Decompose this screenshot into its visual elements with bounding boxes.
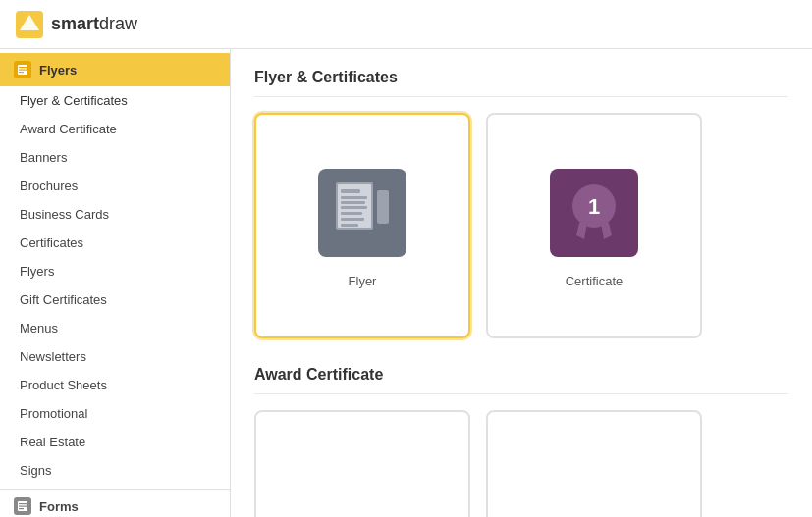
sidebar: Flyers Flyer & Certificates Award Certif… <box>0 49 231 517</box>
sidebar-item-newsletters[interactable]: Newsletters <box>0 342 230 371</box>
certificate-icon-wrapper: 1 <box>545 164 643 262</box>
svg-rect-18 <box>341 212 362 215</box>
sidebar-header-flyers[interactable]: Flyers <box>0 53 230 86</box>
flyer-icon <box>318 169 406 257</box>
forms-label: Forms <box>39 499 79 514</box>
svg-rect-9 <box>19 508 24 509</box>
award-certificates-grid <box>254 410 788 517</box>
section-title-award-certificate: Award Certificate <box>254 366 788 394</box>
sidebar-header-label: Flyers <box>39 63 77 78</box>
sidebar-item-banners[interactable]: Banners <box>0 143 230 172</box>
sidebar-item-flyer-certificates[interactable]: Flyer & Certificates <box>0 86 230 115</box>
section-title-flyer-certificates: Flyer & Certificates <box>254 69 788 97</box>
svg-rect-8 <box>19 506 27 507</box>
sidebar-item-certificates[interactable]: Certificates <box>0 229 230 257</box>
smartdraw-logo-icon <box>16 11 43 38</box>
svg-rect-7 <box>19 503 27 504</box>
flyer-card-label: Flyer <box>349 274 377 288</box>
sidebar-item-promotional[interactable]: Promotional <box>0 399 230 428</box>
award-card-1[interactable] <box>254 410 470 517</box>
sidebar-item-real-estate[interactable]: Real Estate <box>0 428 230 456</box>
svg-rect-3 <box>19 67 27 68</box>
svg-rect-15 <box>341 201 365 204</box>
certificate-card-label: Certificate <box>566 274 623 288</box>
sidebar-item-brochures[interactable]: Brochures <box>0 172 230 200</box>
svg-rect-19 <box>341 218 364 221</box>
svg-rect-14 <box>341 196 367 199</box>
svg-rect-5 <box>19 72 24 73</box>
svg-rect-20 <box>341 224 358 227</box>
sidebar-item-business-cards[interactable]: Business Cards <box>0 200 230 229</box>
flyer-card[interactable]: Flyer <box>254 113 470 338</box>
content-area: Flyer & Certificates <box>231 49 812 517</box>
award-card-2[interactable] <box>486 410 702 517</box>
sidebar-footer-forms[interactable]: Forms <box>0 489 230 517</box>
svg-rect-17 <box>377 190 389 224</box>
sidebar-item-menus[interactable]: Menus <box>0 314 230 342</box>
flyer-certificates-grid: Flyer 1 <box>254 113 788 338</box>
header: smartdraw <box>0 0 812 49</box>
svg-text:1: 1 <box>588 194 600 219</box>
certificate-card[interactable]: 1 Certificate <box>486 113 702 338</box>
sidebar-item-signs[interactable]: Signs <box>0 456 230 485</box>
svg-rect-16 <box>341 206 367 209</box>
logo-text: smartdraw <box>51 14 137 34</box>
svg-rect-13 <box>341 189 360 193</box>
sidebar-item-product-sheets[interactable]: Product Sheets <box>0 371 230 399</box>
flyers-section-icon <box>14 61 31 78</box>
main-layout: Flyers Flyer & Certificates Award Certif… <box>0 49 812 517</box>
logo[interactable]: smartdraw <box>16 11 137 38</box>
sidebar-section-flyers: Flyers Flyer & Certificates Award Certif… <box>0 49 230 489</box>
certificate-icon: 1 <box>550 169 638 257</box>
sidebar-item-flyers[interactable]: Flyers <box>0 257 230 285</box>
flyer-icon-wrapper <box>313 164 411 262</box>
sidebar-item-award-certificate[interactable]: Award Certificate <box>0 115 230 143</box>
sidebar-item-gift-certificates[interactable]: Gift Certificates <box>0 285 230 314</box>
svg-rect-4 <box>19 70 27 71</box>
forms-section-icon <box>14 497 31 515</box>
